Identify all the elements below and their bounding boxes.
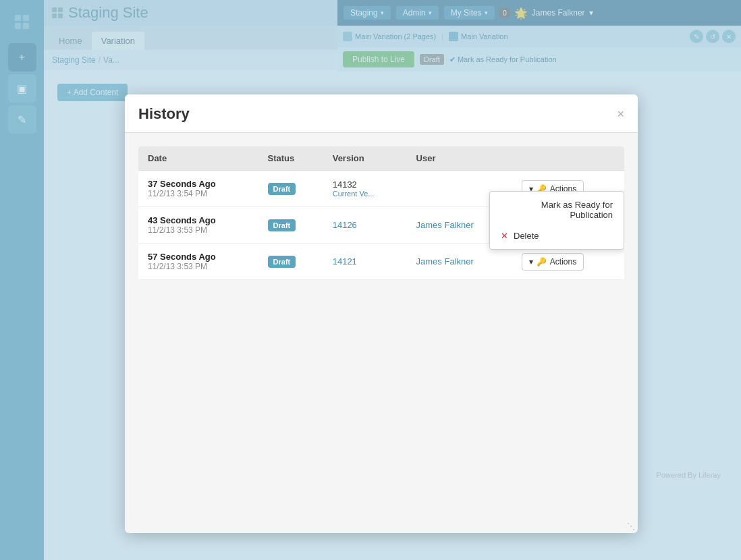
col-actions xyxy=(512,146,624,171)
modal-body: Date Status Version User 37 Seconds Ago … xyxy=(125,133,638,293)
status-badge-2: Draft xyxy=(268,219,296,231)
history-table: Date Status Version User 37 Seconds Ago … xyxy=(138,146,624,280)
cell-version-3: 14121 xyxy=(323,244,407,280)
actions-key-icon-3: 🔑 xyxy=(537,257,547,267)
col-status: Status xyxy=(258,146,323,171)
date-primary-3: 57 Seconds Ago xyxy=(148,252,249,262)
cell-status-1: Draft xyxy=(258,171,323,207)
table-row: 37 Seconds Ago 11/2/13 3:54 PM Draft 141… xyxy=(138,171,624,207)
modal-title: History xyxy=(138,105,190,123)
current-version-label: Current Ve... xyxy=(333,190,397,198)
col-version: Version xyxy=(323,146,407,171)
user-link-2[interactable]: James Falkner xyxy=(416,220,474,230)
date-primary-2: 43 Seconds Ago xyxy=(148,215,249,225)
status-badge-1: Draft xyxy=(268,183,296,195)
version-link-2[interactable]: 14126 xyxy=(333,220,357,230)
cell-date-2: 43 Seconds Ago 11/2/13 3:53 PM xyxy=(138,207,258,244)
cell-date-1: 37 Seconds Ago 11/2/13 3:54 PM xyxy=(138,171,258,207)
date-secondary-3: 11/2/13 3:53 PM xyxy=(148,262,249,271)
modal-resize-handle[interactable]: ⋱ xyxy=(627,522,635,530)
user-link-3[interactable]: James Falkner xyxy=(416,256,474,267)
cell-actions-1: ▾ 🔑 Actions Mark as Ready for Publicatio… xyxy=(512,171,624,207)
actions-dropdown-1: Mark as Ready for Publication ✕ Delete xyxy=(489,191,624,250)
cell-version-2: 14126 xyxy=(323,207,407,244)
dropdown-delete[interactable]: ✕ Delete xyxy=(490,225,624,246)
modal-header: History × xyxy=(125,94,638,133)
actions-arrow-3: ▾ xyxy=(529,257,533,267)
cell-status-2: Draft xyxy=(258,207,323,244)
dropdown-mark-ready[interactable]: Mark as Ready for Publication xyxy=(490,194,624,225)
modal-close-button[interactable]: × xyxy=(617,108,624,120)
cell-version-1: 14132 Current Ve... xyxy=(323,171,407,207)
cell-date-3: 57 Seconds Ago 11/2/13 3:53 PM xyxy=(138,244,258,280)
actions-button-3[interactable]: ▾ 🔑 Actions xyxy=(522,253,584,271)
cell-status-3: Draft xyxy=(258,244,323,280)
date-secondary-1: 11/2/13 3:54 PM xyxy=(148,189,249,198)
status-badge-3: Draft xyxy=(268,256,296,268)
date-secondary-2: 11/2/13 3:53 PM xyxy=(148,225,249,235)
col-date: Date xyxy=(138,146,258,171)
col-user: User xyxy=(407,146,512,171)
history-modal: History × Date Status Version User 37 Se… xyxy=(125,94,638,533)
delete-icon: ✕ xyxy=(501,231,508,241)
version-link-3[interactable]: 14121 xyxy=(333,256,357,267)
date-primary-1: 37 Seconds Ago xyxy=(148,179,249,189)
